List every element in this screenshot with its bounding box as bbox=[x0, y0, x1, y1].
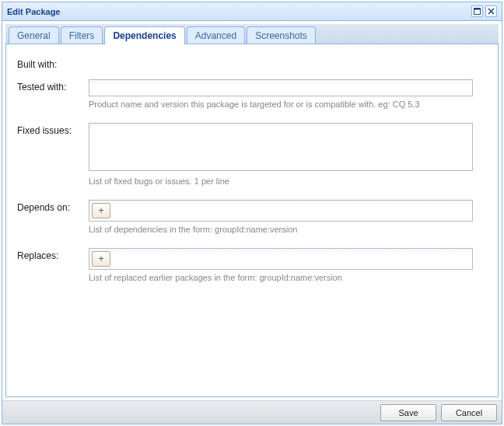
tab-dependencies[interactable]: Dependencies bbox=[104, 26, 184, 44]
replaces-label: Replaces: bbox=[17, 248, 89, 293]
depends-on-label: Depends on: bbox=[17, 200, 89, 245]
svg-rect-1 bbox=[474, 9, 481, 10]
field-replaces: Replaces: + List of replaced earlier pac… bbox=[17, 248, 487, 293]
replaces-hint: List of replaced earlier packages in the… bbox=[89, 273, 487, 282]
depends-on-box: + bbox=[89, 200, 473, 222]
fixed-issues-hint: List of fixed bugs or issues. 1 per line bbox=[89, 176, 487, 186]
field-built-with: Built with: bbox=[17, 57, 487, 70]
tab-advanced[interactable]: Advanced bbox=[187, 26, 245, 44]
close-button[interactable] bbox=[485, 5, 497, 17]
edit-package-dialog: Edit Package General Filters Dependencie… bbox=[2, 2, 502, 424]
dependencies-panel: Built with: Tested with: Product name an… bbox=[5, 44, 499, 397]
tab-general[interactable]: General bbox=[9, 26, 59, 44]
dialog-footer: Save Cancel bbox=[2, 400, 502, 424]
field-tested-with: Tested with: Product name and version th… bbox=[17, 79, 487, 120]
tab-screenshots[interactable]: Screenshots bbox=[247, 26, 316, 44]
plus-icon: + bbox=[98, 254, 103, 264]
depends-on-hint: List of dependencies in the form: groupI… bbox=[89, 225, 487, 234]
cancel-button[interactable]: Cancel bbox=[441, 404, 497, 421]
depends-on-add-button[interactable]: + bbox=[92, 203, 110, 218]
dialog-title: Edit Package bbox=[7, 7, 60, 16]
tabstrip: General Filters Dependencies Advanced Sc… bbox=[5, 24, 499, 44]
replaces-box: + bbox=[89, 248, 473, 270]
field-fixed-issues: Fixed issues: List of fixed bugs or issu… bbox=[17, 123, 487, 197]
tested-with-hint: Product name and version this package is… bbox=[89, 100, 487, 109]
maximize-button[interactable] bbox=[471, 5, 483, 17]
replaces-add-button[interactable]: + bbox=[92, 251, 110, 267]
fixed-issues-label: Fixed issues: bbox=[17, 123, 89, 197]
tested-with-label: Tested with: bbox=[17, 79, 89, 120]
field-depends-on: Depends on: + List of dependencies in th… bbox=[17, 200, 487, 245]
window-controls bbox=[471, 5, 497, 17]
tab-filters[interactable]: Filters bbox=[61, 26, 103, 44]
titlebar: Edit Package bbox=[2, 2, 502, 21]
save-button[interactable]: Save bbox=[380, 404, 436, 421]
plus-icon: + bbox=[98, 206, 103, 215]
tested-with-input[interactable] bbox=[89, 79, 473, 96]
dialog-body: General Filters Dependencies Advanced Sc… bbox=[2, 21, 502, 400]
fixed-issues-textarea[interactable] bbox=[89, 123, 473, 171]
built-with-value bbox=[89, 57, 487, 70]
built-with-label: Built with: bbox=[17, 57, 89, 70]
